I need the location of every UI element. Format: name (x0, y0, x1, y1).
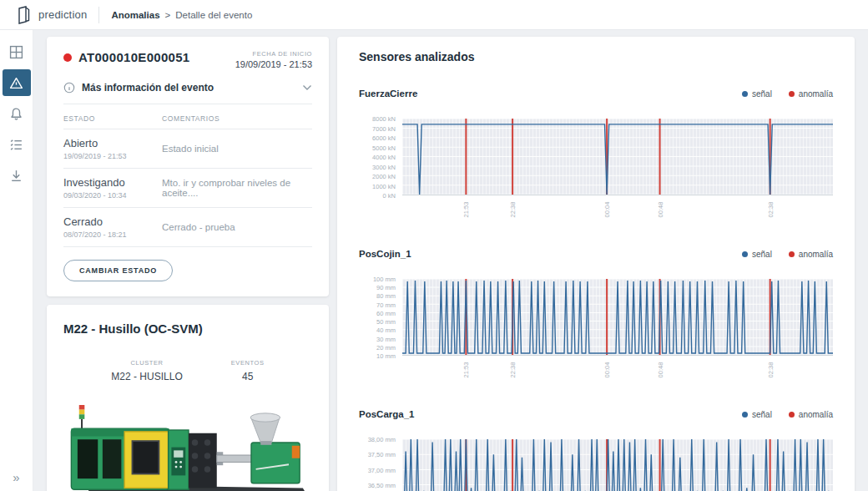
chart-fuerzacierre: FuerzaCierre señal anomalía 8000 kN7000 … (359, 89, 833, 224)
x-tick-label: 21:53 (462, 362, 470, 378)
start-date-value: 19/09/2019 - 21:53 (235, 59, 312, 69)
x-tick-label: 00:04 (603, 202, 611, 218)
cluster-label: CLUSTER (111, 359, 182, 367)
checklist-icon (9, 138, 23, 152)
alert-triangle-icon (9, 76, 23, 90)
comentario-value: Mto. ir y comprobar niveles de aceite...… (162, 178, 312, 198)
door-logo-icon (15, 5, 32, 25)
x-tick-label: 22:38 (509, 202, 517, 218)
x-tick-label: 00:48 (656, 202, 664, 218)
x-axis-labels: 21:5322:3800:0400:4802:38 (402, 356, 833, 384)
table-row: Cerrado 08/07/2020 - 18:21 Cerrado - pru… (63, 208, 312, 247)
grid-icon (9, 45, 23, 59)
machine-image (63, 396, 312, 491)
y-axis-labels: 8000 kN7000 kN6000 kN5000 kN4000 kN3000 … (359, 119, 402, 195)
y-tick-label: 50 mm (376, 318, 396, 326)
breadcrumb-current: Detalle del evento (175, 10, 252, 20)
legend-anomaly[interactable]: anomalía (789, 89, 833, 99)
divider (98, 7, 99, 23)
sidebar-item-notifications[interactable] (3, 100, 31, 127)
sensors-title: Sensores analizados (359, 50, 833, 63)
y-tick-label: 5000 kN (372, 144, 396, 151)
injection-molding-machine-illustration (63, 396, 314, 491)
prediction-logo: prediction (15, 5, 87, 25)
x-tick-label: 02:38 (766, 362, 774, 378)
table-row: Investigando 09/03/2020 - 10:34 Mto. ir … (63, 169, 312, 208)
x-tick-label: 22:38 (509, 362, 517, 378)
y-tick-label: 100 mm (373, 276, 396, 283)
column-header-comentarios: COMENTARIOS (162, 114, 312, 123)
chart-legend: señal anomalía (742, 250, 833, 259)
sidebar-item-downloads[interactable] (3, 162, 31, 189)
anomaly-dot-icon (789, 412, 795, 418)
y-tick-label: 36,50 mm (368, 482, 396, 489)
event-card: AT000010E000051 FECHA DE INICIO 19/09/20… (47, 37, 329, 296)
comentario-value: Estado inicial (162, 144, 312, 154)
chart-plot-area (402, 279, 833, 356)
y-axis-labels: 100 mm90 mm80 mm70 mm60 mm50 mm40 mm30 m… (359, 279, 402, 356)
x-tick-label: 02:38 (766, 202, 774, 218)
chart-poscarga: PosCarga_1 señal anomalía 38,00 mm37,50 … (359, 409, 833, 491)
sidebar: » (0, 30, 33, 491)
legend-signal[interactable]: señal (742, 250, 772, 259)
x-tick-label: 00:48 (656, 362, 664, 378)
left-column: AT000010E000051 FECHA DE INICIO 19/09/20… (47, 37, 329, 491)
download-icon (9, 169, 23, 183)
legend-anomaly[interactable]: anomalía (789, 250, 833, 259)
y-tick-label: 3000 kN (372, 163, 396, 170)
sidebar-item-dashboard[interactable] (3, 38, 31, 65)
legend-signal[interactable]: señal (742, 410, 772, 419)
estado-value: Cerrado (63, 215, 162, 228)
y-tick-label: 40 mm (376, 326, 396, 334)
topbar: prediction Anomalias > Detalle del event… (0, 0, 868, 30)
chart-legend: señal anomalía (742, 89, 833, 99)
info-icon (63, 82, 75, 94)
column-header-estado: ESTADO (63, 114, 162, 123)
x-tick-label: 21:53 (462, 202, 470, 218)
sidebar-item-anomalies[interactable] (3, 69, 31, 96)
table-row: Abierto 19/09/2019 - 21:53 Estado inicia… (63, 129, 312, 169)
breadcrumb: Anomalias > Detalle del evento (111, 10, 252, 20)
change-state-button[interactable]: CAMBIAR ESTADO (63, 260, 173, 281)
chart-title: FuerzaCierre (359, 89, 417, 99)
signal-dot-icon (742, 412, 748, 418)
event-id: AT000010E000051 (78, 50, 190, 64)
y-tick-label: 30 mm (376, 335, 396, 342)
signal-dot-icon (742, 91, 748, 97)
y-tick-label: 10 mm (376, 352, 396, 360)
model-title: M22 - Husillo (OC-SVM) (63, 321, 312, 336)
legend-anomaly[interactable]: anomalía (789, 410, 833, 419)
legend-signal[interactable]: señal (742, 89, 772, 99)
y-tick-label: 37,50 mm (368, 451, 396, 458)
sidebar-expand-button[interactable]: » (0, 470, 33, 484)
cluster-value: M22 - HUSILLO (111, 371, 182, 382)
y-tick-label: 80 mm (376, 292, 396, 300)
y-tick-label: 8000 kN (372, 115, 396, 123)
events-label: EVENTOS (231, 359, 265, 367)
breadcrumb-separator: > (165, 10, 171, 20)
signal-dot-icon (742, 251, 748, 257)
x-tick-label: 00:04 (603, 362, 611, 378)
estado-fecha: 08/07/2020 - 18:21 (63, 230, 162, 239)
event-status-dot (63, 53, 72, 62)
y-tick-label: 90 mm (376, 284, 396, 291)
y-tick-label: 2000 kN (372, 173, 396, 180)
model-card: M22 - Husillo (OC-SVM) CLUSTER M22 - HUS… (47, 305, 329, 491)
breadcrumb-section[interactable]: Anomalias (111, 10, 159, 20)
y-tick-label: 70 mm (376, 301, 396, 308)
chevron-down-icon[interactable] (302, 84, 312, 91)
y-tick-label: 6000 kN (372, 134, 396, 142)
chart-poscojin: PosCojin_1 señal anomalía 100 mm90 mm80 … (359, 249, 833, 384)
bell-icon (9, 107, 23, 121)
sidebar-item-tasks[interactable] (3, 131, 31, 158)
right-column: Sensores analizados FuerzaCierre señal a… (337, 37, 855, 491)
estado-fecha: 19/09/2019 - 21:53 (63, 152, 162, 160)
main-content: AT000010E000051 FECHA DE INICIO 19/09/20… (33, 30, 868, 491)
y-tick-label: 20 mm (376, 343, 396, 351)
chart-legend: señal anomalía (742, 410, 833, 419)
y-tick-label: 60 mm (376, 309, 396, 316)
more-info-toggle[interactable]: Más información del evento (63, 82, 312, 104)
y-tick-label: 37,00 mm (368, 466, 396, 473)
y-axis-labels: 38,00 mm37,50 mm37,00 mm36,50 mm36,00 mm… (359, 439, 402, 491)
chart-plot-area (402, 119, 833, 195)
